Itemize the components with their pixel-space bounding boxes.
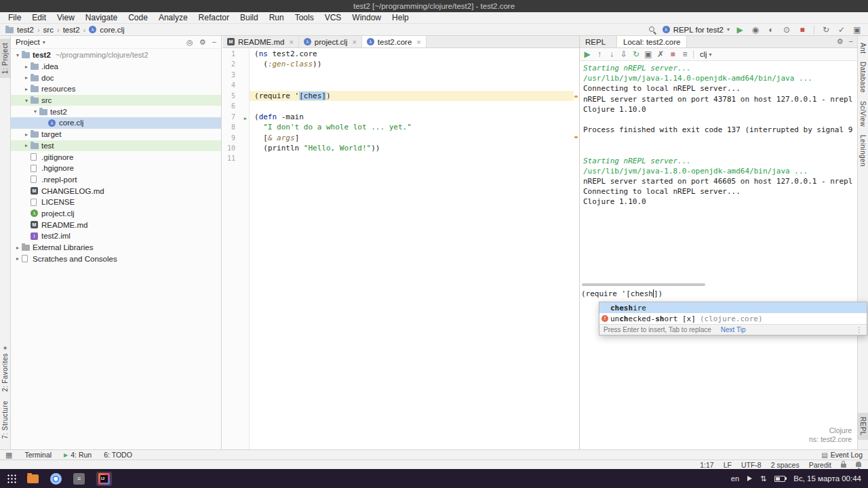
scrollbar-thumb[interactable] (582, 283, 705, 286)
completion-item-unchecked-short-x[interactable]: unchecked-short [x](clojure.core) (599, 313, 867, 324)
stop-icon[interactable] (797, 24, 808, 35)
chevron-right-icon[interactable]: ▸ (14, 245, 22, 251)
next-tip-link[interactable]: Next Tip (721, 326, 746, 333)
app-grid-icon[interactable] (7, 474, 16, 483)
tree-item-core-clj[interactable]: core.clj (11, 117, 221, 129)
editor-tab-test2-core[interactable]: test2.core× (362, 36, 427, 47)
menu-icon[interactable] (679, 49, 690, 60)
tree-item-nrepl-port[interactable]: .nrepl-port (11, 174, 221, 186)
hide-panel-icon[interactable]: − (849, 37, 853, 46)
commit-icon[interactable] (836, 24, 847, 35)
menu-view[interactable]: View (52, 13, 80, 22)
tool-strip-1-project[interactable]: 1: Project (0, 39, 10, 78)
menu-navigate[interactable]: Navigate (80, 13, 123, 22)
profiler-icon[interactable] (781, 24, 792, 35)
run-icon[interactable] (582, 49, 593, 60)
tool-strip-repl[interactable]: REPL (858, 413, 868, 440)
tool-window-switcher-icon[interactable]: ▦ (5, 451, 12, 460)
tree-item-project-clj[interactable]: project.clj (11, 208, 221, 220)
toolwindow-run[interactable]: ▶4: Run (64, 451, 92, 459)
more-options-icon[interactable]: ⋮ (856, 326, 863, 333)
tree-item-readme-md[interactable]: README.md (11, 219, 221, 230)
chevron-right-icon[interactable]: ▸ (14, 256, 22, 262)
status-2-spaces[interactable]: 2 spaces (771, 461, 800, 469)
coverage-icon[interactable] (766, 24, 776, 35)
locate-file-icon[interactable]: ◎ (186, 38, 193, 47)
status-lf[interactable]: LF (724, 461, 732, 469)
toolwindow-terminal[interactable]: Terminal (24, 451, 52, 459)
breadcrumb-item-test2[interactable]: test2 (17, 26, 34, 34)
tree-item-idea[interactable]: ▸.idea (11, 61, 221, 73)
intellij-app-icon[interactable] (96, 472, 112, 486)
editor-code[interactable]: (ns test2.core (:gen-class))(require '[c… (250, 48, 574, 449)
menu-analyze[interactable]: Analyze (153, 13, 193, 22)
warning-stripe-mark[interactable] (574, 96, 578, 98)
interrupt-icon[interactable] (667, 49, 678, 60)
repl-mode-select[interactable]: clj ▾ (700, 50, 711, 58)
tree-item-hgignore[interactable]: .hgignore (11, 163, 221, 174)
menu-build[interactable]: Build (235, 13, 264, 22)
sync-icon[interactable] (821, 24, 831, 35)
tree-item-test[interactable]: ▸test (11, 140, 221, 152)
lock-icon[interactable] (841, 464, 846, 468)
menu-refactor[interactable]: Refactor (193, 13, 235, 22)
tool-strip-leiningen[interactable]: Leiningen (858, 131, 868, 171)
breadcrumb-item-core-clj[interactable]: core.clj (100, 26, 124, 34)
tree-item-test2[interactable]: ▾test2 (11, 106, 221, 117)
scroll-end-icon[interactable] (618, 49, 629, 60)
tree-item-external-libraries[interactable]: ▸External Libraries (11, 242, 221, 253)
tree-item-resources[interactable]: ▸resources (11, 83, 221, 95)
volume-icon[interactable] (747, 476, 752, 481)
battery-icon[interactable] (774, 476, 785, 482)
menu-window[interactable]: Window (347, 13, 387, 22)
close-tab-icon[interactable]: × (416, 38, 420, 46)
network-icon[interactable]: ⇅ (760, 474, 766, 483)
hide-panel-icon[interactable]: − (212, 38, 216, 47)
editor-tab-project-clj[interactable]: project.clj× (299, 36, 362, 47)
reconnect-icon[interactable] (631, 49, 642, 60)
chevron-right-icon[interactable]: ▸ (22, 131, 31, 138)
error-stripe[interactable] (574, 48, 579, 449)
toolwindow-todo[interactable]: 6: TODO (104, 451, 132, 459)
tool-strip-database[interactable]: Database (858, 58, 868, 97)
repl-hscrollbar[interactable] (580, 283, 857, 287)
tree-item-changelog-md[interactable]: CHANGELOG.md (11, 185, 221, 197)
tree-item-license[interactable]: LICENSE (11, 197, 221, 208)
tree-item-src[interactable]: ▾src (11, 95, 221, 106)
status-utf-8[interactable]: UTF-8 (741, 461, 762, 469)
status-paredit[interactable]: Paredit (809, 461, 831, 469)
menu-file[interactable]: File (3, 13, 26, 22)
copy-icon[interactable] (643, 49, 654, 60)
status-1-17[interactable]: 1:17 (700, 461, 713, 469)
breadcrumb-item-src[interactable]: src (43, 26, 54, 34)
settings-icon[interactable]: ⚙ (837, 37, 844, 46)
settings-icon[interactable]: ⚙ (199, 38, 206, 47)
clear-icon[interactable] (655, 49, 666, 60)
close-tab-icon[interactable]: × (289, 38, 293, 46)
layout-icon[interactable] (852, 24, 863, 35)
tool-strip-7-structure[interactable]: 7: Structure (0, 396, 10, 443)
chevron-down-icon[interactable]: ▾ (31, 108, 39, 115)
tree-item-gitignore[interactable]: .gitignore (11, 151, 221, 163)
repl-tab[interactable]: Local: test2.core (616, 36, 687, 47)
chevron-down-icon[interactable]: ▾ (22, 98, 31, 104)
completion-item-cheshire[interactable]: cheshire (599, 302, 867, 313)
browser-app-icon[interactable] (50, 473, 62, 485)
menu-code[interactable]: Code (123, 13, 153, 22)
tree-item-test2-iml[interactable]: test2.iml (11, 230, 221, 242)
history-up-icon[interactable] (594, 49, 605, 60)
close-tab-icon[interactable]: × (352, 38, 356, 46)
run-icon[interactable] (734, 24, 745, 35)
tool-strip-ant[interactable]: Ant (858, 39, 868, 58)
notifications-icon[interactable] (856, 462, 861, 467)
warning-stripe-mark[interactable] (574, 136, 578, 138)
chevron-down-icon[interactable]: ▾ (14, 52, 22, 58)
repl-console[interactable]: Starting nREPL server.../usr/lib/jvm/jav… (580, 61, 857, 284)
menu-help[interactable]: Help (387, 13, 414, 22)
tree-item-doc[interactable]: ▸doc (11, 72, 221, 83)
tree-item-test2[interactable]: ▾test2~/programming/clojure/test2 (11, 49, 221, 61)
event-log-button[interactable]: ▤Event Log (821, 451, 863, 459)
tool-strip-sciview[interactable]: SciView (858, 97, 868, 131)
chevron-right-icon[interactable]: ▸ (22, 86, 31, 92)
chevron-right-icon[interactable]: ▸ (22, 75, 31, 81)
